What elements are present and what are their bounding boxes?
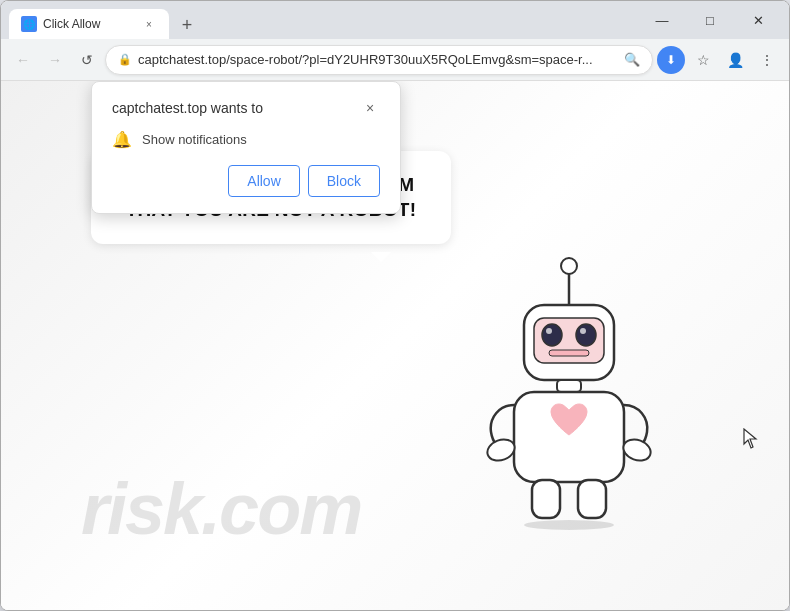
svg-point-7 bbox=[580, 328, 586, 334]
svg-rect-10 bbox=[514, 392, 624, 482]
window-controls: — □ ✕ bbox=[639, 4, 781, 36]
active-tab[interactable]: 🌐 Click Allow × bbox=[9, 9, 169, 39]
popup-close-button[interactable]: × bbox=[360, 98, 380, 118]
svg-point-1 bbox=[561, 258, 577, 274]
svg-point-6 bbox=[546, 328, 552, 334]
lock-icon: 🔒 bbox=[118, 53, 132, 66]
watermark: risk.com bbox=[81, 468, 361, 550]
popup-header: captchatest.top wants to × bbox=[112, 98, 380, 118]
reload-button[interactable]: ↺ bbox=[73, 46, 101, 74]
minimize-button[interactable]: — bbox=[639, 4, 685, 36]
popup-title: captchatest.top wants to bbox=[112, 100, 263, 116]
block-button[interactable]: Block bbox=[308, 165, 380, 197]
tab-title: Click Allow bbox=[43, 17, 135, 31]
url-search-icon: 🔍 bbox=[624, 52, 640, 67]
close-button[interactable]: ✕ bbox=[735, 4, 781, 36]
address-bar: ← → ↺ 🔒 captchatest.top/space-robot/?pl=… bbox=[1, 39, 789, 81]
notification-popup: captchatest.top wants to × 🔔 Show notifi… bbox=[91, 81, 401, 214]
svg-rect-14 bbox=[578, 480, 606, 518]
back-button[interactable]: ← bbox=[9, 46, 37, 74]
allow-button[interactable]: Allow bbox=[228, 165, 299, 197]
svg-point-11 bbox=[484, 436, 517, 464]
popup-notification-row: 🔔 Show notifications bbox=[112, 130, 380, 149]
robot-area bbox=[469, 250, 709, 570]
content-area: risk.com captchatest.top wants to × 🔔 Sh… bbox=[1, 81, 789, 610]
title-bar: 🌐 Click Allow × + — □ ✕ bbox=[1, 1, 789, 39]
svg-rect-8 bbox=[549, 350, 589, 356]
url-box[interactable]: 🔒 captchatest.top/space-robot/?pl=dY2UHR… bbox=[105, 45, 653, 75]
maximize-button[interactable]: □ bbox=[687, 4, 733, 36]
svg-point-12 bbox=[620, 436, 653, 464]
new-tab-button[interactable]: + bbox=[173, 11, 201, 39]
bookmark-icon[interactable]: ☆ bbox=[689, 46, 717, 74]
popup-buttons: Allow Block bbox=[112, 165, 380, 197]
robot-svg bbox=[469, 250, 669, 530]
tab-close-button[interactable]: × bbox=[141, 16, 157, 32]
svg-rect-13 bbox=[532, 480, 560, 518]
tab-favicon: 🌐 bbox=[21, 16, 37, 32]
profile-icon[interactable]: 👤 bbox=[721, 46, 749, 74]
svg-point-5 bbox=[576, 324, 596, 346]
svg-point-4 bbox=[542, 324, 562, 346]
webpage: risk.com captchatest.top wants to × 🔔 Sh… bbox=[1, 81, 789, 610]
bell-icon: 🔔 bbox=[112, 130, 132, 149]
menu-icon[interactable]: ⋮ bbox=[753, 46, 781, 74]
mouse-cursor bbox=[743, 428, 759, 450]
popup-notification-label: Show notifications bbox=[142, 132, 247, 147]
download-icon[interactable]: ⬇ bbox=[657, 46, 685, 74]
forward-button[interactable]: → bbox=[41, 46, 69, 74]
url-text: captchatest.top/space-robot/?pl=dY2UHR9T… bbox=[138, 52, 618, 67]
svg-rect-9 bbox=[557, 380, 581, 392]
browser-window: 🌐 Click Allow × + — □ ✕ ← → ↺ 🔒 captchat… bbox=[0, 0, 790, 611]
tab-bar: 🌐 Click Allow × + bbox=[9, 1, 639, 39]
svg-point-15 bbox=[524, 520, 614, 530]
